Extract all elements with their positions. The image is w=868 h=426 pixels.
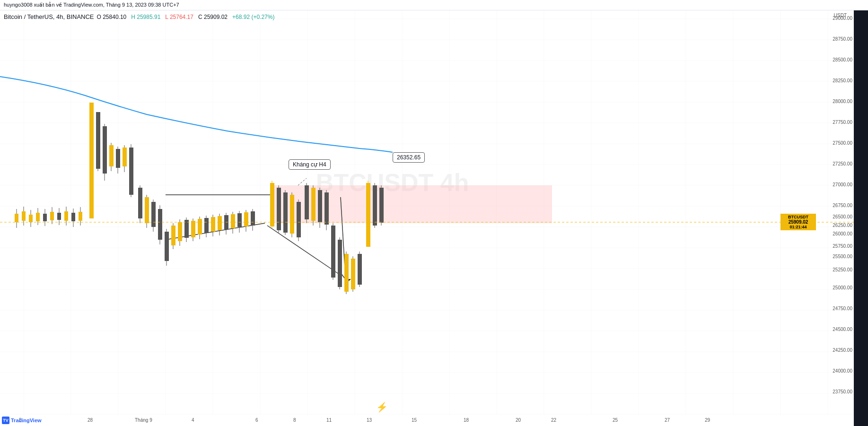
svg-text:18: 18: [464, 417, 469, 423]
change-value: +68.92 (+0.27%): [232, 14, 274, 20]
svg-rect-135: [358, 254, 362, 285]
svg-rect-49: [50, 212, 54, 220]
candles-aug28-30: [89, 103, 133, 218]
svg-rect-129: [338, 240, 342, 287]
svg-rect-133: [351, 259, 355, 289]
svg-rect-73: [138, 188, 142, 218]
svg-text:8: 8: [293, 417, 296, 423]
current-price-box: BTCUSDT 25909.02 01:21:44: [780, 214, 816, 230]
high-value: H 25985.91: [131, 14, 160, 20]
svg-text:29000.00: 29000.00: [833, 16, 852, 21]
svg-rect-101: [231, 214, 235, 228]
svg-text:23750.00: 23750.00: [833, 389, 852, 394]
svg-rect-79: [158, 209, 162, 240]
svg-text:26500.00: 26500.00: [833, 214, 852, 219]
current-price-time: 01:21:44: [782, 225, 814, 229]
tradingview-logo[interactable]: TV TradingView: [2, 417, 42, 424]
svg-rect-53: [64, 211, 68, 221]
svg-rect-105: [244, 212, 248, 226]
svg-text:25500.00: 25500.00: [833, 254, 852, 259]
svg-rect-125: [324, 192, 329, 225]
lightning-icon: ⚡: [376, 401, 388, 413]
svg-text:25250.00: 25250.00: [833, 267, 852, 272]
svg-rect-59: [89, 103, 94, 218]
svg-text:27000.00: 27000.00: [833, 182, 852, 187]
low-value: L 25764.17: [165, 14, 193, 20]
svg-text:25750.00: 25750.00: [833, 243, 852, 249]
published-text: huyngo3008 xuất bản về TradingView.com, …: [4, 2, 179, 8]
svg-text:28500.00: 28500.00: [833, 57, 852, 62]
svg-rect-107: [251, 211, 255, 226]
svg-text:24500.00: 24500.00: [833, 327, 852, 332]
svg-rect-121: [311, 188, 316, 221]
svg-rect-51: [57, 213, 61, 220]
svg-rect-41: [22, 211, 26, 221]
pair-label: Bitcoin / TetherUS, 4h, BINANCE: [4, 13, 94, 20]
svg-rect-43: [29, 215, 33, 222]
svg-rect-109: [270, 183, 274, 226]
svg-rect-39: [15, 214, 18, 222]
svg-rect-103: [237, 213, 242, 227]
svg-rect-45: [36, 213, 40, 221]
svg-rect-95: [211, 217, 215, 232]
svg-rect-67: [116, 149, 120, 168]
open-value: O 25840.10: [97, 14, 127, 20]
price-info-bar: Bitcoin / TetherUS, 4h, BINANCE O 25840.…: [4, 13, 274, 20]
current-price-value: 25909.02: [782, 219, 814, 225]
svg-text:28: 28: [88, 417, 93, 423]
main-chart-svg: 5 28 Tháng 9 4 6 8 11 13 15 18 20 22 25 …: [0, 10, 854, 426]
svg-text:29: 29: [705, 417, 710, 423]
svg-rect-61: [96, 112, 100, 169]
svg-text:28250.00: 28250.00: [833, 78, 852, 83]
current-price-pair: BTCUSDT: [782, 215, 814, 219]
close-value: C 25909.02: [198, 14, 228, 20]
svg-rect-117: [297, 202, 301, 237]
svg-text:15: 15: [412, 417, 417, 423]
svg-rect-141: [379, 188, 384, 223]
svg-text:26250.00: 26250.00: [833, 223, 852, 228]
svg-text:26000.00: 26000.00: [833, 231, 852, 236]
svg-rect-93: [204, 218, 209, 233]
svg-rect-89: [191, 221, 195, 237]
svg-rect-131: [344, 254, 349, 292]
svg-rect-97: [218, 216, 222, 230]
candles-sep13: [366, 181, 384, 247]
svg-text:20: 20: [516, 417, 521, 423]
svg-text:11: 11: [326, 417, 332, 423]
svg-rect-123: [318, 190, 322, 222]
svg-text:27: 27: [665, 417, 670, 423]
svg-text:24250.00: 24250.00: [833, 348, 852, 353]
svg-rect-77: [151, 202, 156, 227]
svg-text:13: 13: [367, 417, 372, 423]
x-axis-labels: 5 28 Tháng 9 4 6 8 11 13 15 18 20 22 25 …: [19, 417, 710, 423]
svg-text:25000.00: 25000.00: [833, 285, 852, 290]
svg-rect-139: [373, 185, 377, 226]
ohlc-data: O 25840.10 H 25985.91 L 25764.17 C 25909…: [97, 14, 275, 20]
svg-text:6: 6: [255, 417, 258, 423]
pattern-line-3: [267, 226, 341, 275]
svg-rect-87: [184, 220, 189, 238]
svg-rect-55: [71, 213, 75, 221]
candles-sep1-4: [138, 185, 169, 266]
tv-icon-graphic: TV: [2, 417, 9, 424]
svg-rect-111: [277, 188, 281, 230]
svg-rect-81: [165, 232, 169, 261]
svg-rect-57: [79, 212, 82, 221]
svg-text:28750.00: 28750.00: [833, 36, 852, 42]
svg-text:26750.00: 26750.00: [833, 203, 852, 208]
svg-rect-65: [109, 145, 114, 166]
svg-rect-91: [198, 219, 202, 235]
svg-text:25: 25: [613, 417, 618, 423]
resistance-h4-label: Kháng cự H4: [289, 159, 331, 170]
svg-rect-115: [290, 195, 294, 234]
svg-text:27750.00: 27750.00: [833, 120, 852, 125]
svg-rect-85: [178, 222, 182, 241]
svg-rect-127: [331, 226, 335, 278]
chart-canvas[interactable]: BTCUSDT 4h: [0, 10, 854, 426]
svg-rect-113: [283, 192, 288, 233]
resistance-connector: [298, 178, 307, 185]
svg-rect-137: [366, 183, 370, 247]
svg-rect-63: [103, 126, 107, 174]
svg-rect-119: [305, 185, 309, 219]
svg-rect-69: [123, 148, 127, 166]
